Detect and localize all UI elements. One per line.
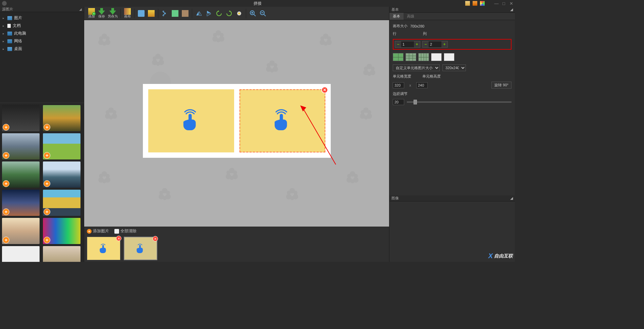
rotate-right-button[interactable] <box>224 7 234 19</box>
watermark: X 自由互联 <box>488 252 513 260</box>
preset-4[interactable] <box>431 53 442 61</box>
rows-increment[interactable]: + <box>414 41 420 47</box>
thumbnail-item[interactable]: + <box>43 190 80 216</box>
cols-stepper[interactable]: − + <box>422 41 448 48</box>
bottom-actions: +添加图片 全部清除 <box>84 227 389 235</box>
pin-icon[interactable]: ◢ <box>510 196 513 200</box>
mail-button[interactable] <box>147 7 156 19</box>
cols-decrement[interactable]: − <box>423 41 429 47</box>
canvas-area[interactable]: ✕ <box>84 20 389 227</box>
rows-cols-highlight: − + − + <box>393 39 512 50</box>
add-icon[interactable]: + <box>3 180 9 187</box>
tap-icon <box>134 242 147 255</box>
lock-icon[interactable]: x <box>407 83 414 87</box>
copy-button[interactable] <box>170 7 180 19</box>
add-icon[interactable]: + <box>44 208 50 215</box>
tree-item-desktop[interactable]: ▸桌面 <box>0 45 84 53</box>
rotate-90-button[interactable]: 旋转 90° <box>491 82 512 89</box>
close-button[interactable]: ✕ <box>509 1 514 6</box>
title-icon-palette[interactable] <box>480 1 485 6</box>
bottom-thumbs: ✕ ✕ <box>84 235 389 262</box>
thumbnail-item[interactable]: + <box>43 105 80 131</box>
tree-item-network[interactable]: ▸网络 <box>0 37 84 45</box>
pin-icon[interactable]: ◢ <box>79 7 82 11</box>
thumbnail-item[interactable]: + <box>2 246 40 262</box>
basic-section-header: 基本◢ <box>389 7 515 13</box>
collage-cell-1[interactable] <box>148 89 234 152</box>
thumbnail-item[interactable]: + <box>43 246 80 262</box>
thumbnail-item[interactable]: + <box>2 190 40 216</box>
tab-advanced[interactable]: 高级 <box>404 13 418 20</box>
preset-5[interactable] <box>444 53 454 61</box>
window-controls: — □ ✕ <box>494 1 514 6</box>
remove-cell-button[interactable]: ✕ <box>321 87 328 93</box>
title-toolbar <box>465 1 485 6</box>
add-image-button[interactable]: +添加图片 <box>87 228 109 234</box>
effects-button[interactable] <box>234 7 244 19</box>
slider-knob[interactable] <box>414 100 417 104</box>
flip-h-button[interactable] <box>194 7 204 19</box>
tab-basic[interactable]: 基本 <box>389 13 404 20</box>
thumbnail-item[interactable]: + <box>43 218 80 244</box>
tree-item-this-pc[interactable]: ▸此电脑 <box>0 30 84 37</box>
rotate-left-button[interactable] <box>214 7 224 19</box>
add-image-icon: + <box>88 8 95 15</box>
thumbnail-item[interactable]: + <box>2 133 40 159</box>
strip-thumb-2[interactable]: ✕ <box>124 237 157 260</box>
add-icon[interactable]: + <box>3 152 9 159</box>
preset-2[interactable] <box>406 53 416 61</box>
document-icon <box>7 24 11 28</box>
saveas-button[interactable]: 另存为 <box>107 7 118 19</box>
svg-marker-18 <box>300 105 306 111</box>
add-icon[interactable]: + <box>3 208 9 215</box>
paste-button[interactable] <box>180 7 190 19</box>
add-icon[interactable]: + <box>3 237 9 243</box>
zoom-out-button[interactable] <box>258 7 268 19</box>
preset-3[interactable] <box>418 53 429 61</box>
title-icon-file[interactable] <box>465 1 470 6</box>
cell-width-input[interactable] <box>393 82 404 88</box>
preset-1[interactable] <box>393 53 404 61</box>
thumbnail-item[interactable]: + <box>2 105 40 131</box>
canvas-icon <box>124 8 131 15</box>
thumbnail-item[interactable]: + <box>2 218 40 244</box>
pin-icon[interactable]: ◢ <box>510 7 513 12</box>
strip-thumb-1[interactable]: ✕ <box>87 237 120 260</box>
spacing-input[interactable] <box>393 99 404 105</box>
mail-icon <box>148 10 155 17</box>
thumbnail-item[interactable]: + <box>43 161 80 188</box>
title-icon-edit[interactable] <box>473 1 477 6</box>
rows-decrement[interactable]: − <box>395 41 401 47</box>
rows-input[interactable] <box>401 41 414 47</box>
tree-item-pictures[interactable]: ▸图片 <box>0 14 84 22</box>
cols-input[interactable] <box>429 41 441 47</box>
rows-stepper[interactable]: − + <box>395 41 420 48</box>
remove-thumb-button[interactable]: ✕ <box>116 236 121 241</box>
cut-button[interactable] <box>160 7 170 19</box>
zoom-in-button[interactable] <box>248 7 258 19</box>
size-preset-select[interactable]: 320x240 <box>442 64 466 71</box>
title-bar: 拼接 — □ ✕ <box>0 0 515 7</box>
maximize-button[interactable]: □ <box>501 1 506 6</box>
flip-v-button[interactable] <box>204 7 214 19</box>
save-button[interactable]: 保存 <box>97 7 106 19</box>
spacing-slider[interactable] <box>407 101 512 103</box>
add-icon[interactable]: + <box>44 180 50 187</box>
canvas-button[interactable]: 画布 <box>123 7 132 19</box>
size-mode-select[interactable]: 自定义单元格图片大小 <box>393 64 440 71</box>
cell-height-label: 单元格高度 <box>422 74 441 79</box>
print-button[interactable] <box>137 7 146 19</box>
add-icon[interactable]: + <box>44 124 50 131</box>
thumbnail-item[interactable]: + <box>2 161 40 188</box>
minimize-button[interactable]: — <box>494 1 499 6</box>
cols-increment[interactable]: + <box>441 41 447 47</box>
remove-thumb-button[interactable]: ✕ <box>153 236 158 241</box>
tree-item-documents[interactable]: ▸文档 <box>0 22 84 30</box>
cell-height-input[interactable] <box>416 82 428 88</box>
add-icon[interactable]: + <box>44 237 50 243</box>
add-button[interactable]: +添加 <box>87 7 96 19</box>
clear-all-button[interactable]: 全部清除 <box>114 228 137 234</box>
thumbnail-item[interactable]: + <box>43 133 80 159</box>
add-icon[interactable]: + <box>44 152 50 159</box>
add-icon[interactable]: + <box>3 124 9 131</box>
